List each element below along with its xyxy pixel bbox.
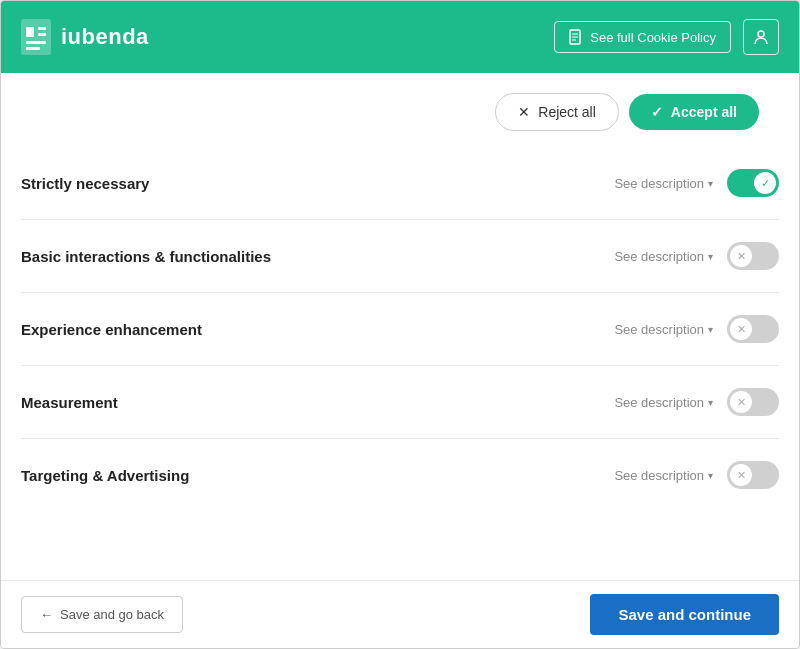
see-description-label: See description <box>614 468 704 483</box>
category-name: Measurement <box>21 394 118 411</box>
svg-rect-5 <box>26 47 40 50</box>
accept-all-button[interactable]: ✓ Accept all <box>629 94 759 130</box>
content-wrapper: ✕ Reject all ✓ Accept all Strictly neces… <box>1 73 799 580</box>
svg-rect-1 <box>26 27 34 37</box>
category-row-targeting: Targeting & Advertising See description … <box>21 439 779 511</box>
logo-icon <box>21 19 51 55</box>
category-right: See description ▾ ✕ <box>614 242 779 270</box>
user-icon <box>753 29 769 45</box>
category-row-basic-interactions: Basic interactions & functionalities See… <box>21 220 779 293</box>
content-scroll[interactable]: ✕ Reject all ✓ Accept all Strictly neces… <box>1 73 799 580</box>
see-description-label: See description <box>614 395 704 410</box>
category-row-strictly-necessary: Strictly necessary See description ▾ ✓ <box>21 147 779 220</box>
see-description-label: See description <box>614 176 704 191</box>
document-icon <box>569 29 583 45</box>
reject-icon: ✕ <box>518 104 530 120</box>
category-name: Experience enhancement <box>21 321 202 338</box>
see-description-4[interactable]: See description ▾ <box>614 468 713 483</box>
chevron-down-icon: ▾ <box>708 470 713 481</box>
user-button[interactable] <box>743 19 779 55</box>
chevron-down-icon: ▾ <box>708 178 713 189</box>
logo-text: iubenda <box>61 24 149 50</box>
cookie-policy-label: See full Cookie Policy <box>590 30 716 45</box>
see-description-3[interactable]: See description ▾ <box>614 395 713 410</box>
main-window: iubenda See full Cookie Policy <box>0 0 800 649</box>
svg-rect-3 <box>38 33 46 36</box>
chevron-down-icon: ▾ <box>708 251 713 262</box>
toggle-measurement[interactable]: ✕ <box>727 388 779 416</box>
category-right: See description ▾ ✕ <box>614 315 779 343</box>
save-continue-label: Save and continue <box>618 606 751 623</box>
cookie-policy-button[interactable]: See full Cookie Policy <box>554 21 731 53</box>
svg-rect-4 <box>26 41 46 44</box>
accept-label: Accept all <box>671 104 737 120</box>
see-description-label: See description <box>614 249 704 264</box>
action-bar: ✕ Reject all ✓ Accept all <box>21 73 779 147</box>
back-arrow-icon: ← <box>40 607 53 622</box>
toggle-strictly-necessary[interactable]: ✓ <box>727 169 779 197</box>
toggle-thumb: ✕ <box>730 464 752 486</box>
category-name: Basic interactions & functionalities <box>21 248 271 265</box>
footer: ← Save and go back Save and continue <box>1 580 799 648</box>
category-right: See description ▾ ✕ <box>614 388 779 416</box>
save-back-button[interactable]: ← Save and go back <box>21 596 183 633</box>
reject-all-button[interactable]: ✕ Reject all <box>495 93 619 131</box>
category-name: Targeting & Advertising <box>21 467 189 484</box>
see-description-0[interactable]: See description ▾ <box>614 176 713 191</box>
reject-label: Reject all <box>538 104 596 120</box>
chevron-down-icon: ▾ <box>708 397 713 408</box>
save-continue-button[interactable]: Save and continue <box>590 594 779 635</box>
chevron-down-icon: ▾ <box>708 324 713 335</box>
svg-point-10 <box>758 31 764 37</box>
see-description-label: See description <box>614 322 704 337</box>
header: iubenda See full Cookie Policy <box>1 1 799 73</box>
category-row-experience: Experience enhancement See description ▾… <box>21 293 779 366</box>
toggle-thumb: ✕ <box>730 318 752 340</box>
logo-container: iubenda <box>21 19 149 55</box>
toggle-thumb: ✕ <box>730 245 752 267</box>
svg-rect-2 <box>38 27 46 30</box>
category-row-measurement: Measurement See description ▾ ✕ <box>21 366 779 439</box>
toggle-targeting[interactable]: ✕ <box>727 461 779 489</box>
toggle-experience[interactable]: ✕ <box>727 315 779 343</box>
header-actions: See full Cookie Policy <box>554 19 779 55</box>
toggle-thumb: ✓ <box>754 172 776 194</box>
toggle-basic-interactions[interactable]: ✕ <box>727 242 779 270</box>
toggle-thumb: ✕ <box>730 391 752 413</box>
category-name: Strictly necessary <box>21 175 149 192</box>
category-right: See description ▾ ✓ <box>614 169 779 197</box>
see-description-2[interactable]: See description ▾ <box>614 322 713 337</box>
save-back-label: Save and go back <box>60 607 164 622</box>
accept-icon: ✓ <box>651 104 663 120</box>
see-description-1[interactable]: See description ▾ <box>614 249 713 264</box>
category-right: See description ▾ ✕ <box>614 461 779 489</box>
